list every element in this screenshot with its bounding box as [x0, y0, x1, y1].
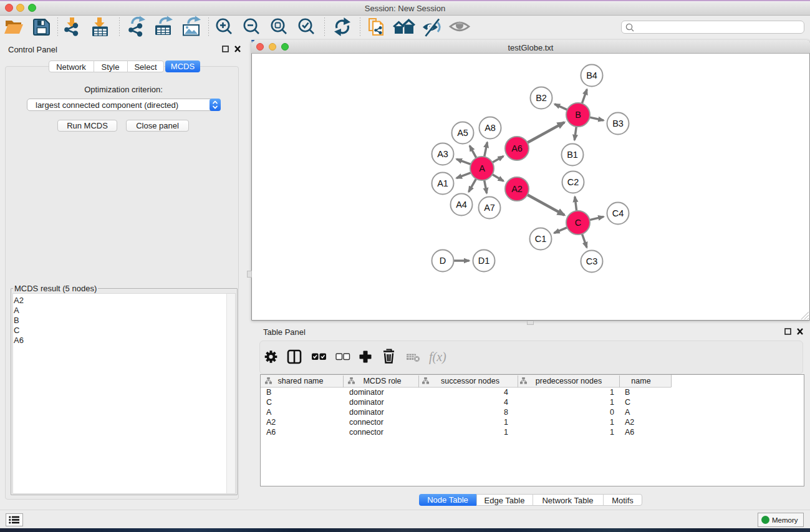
svg-text:A8: A8: [485, 123, 496, 133]
svg-text:B: B: [625, 388, 630, 397]
svg-text:A4: A4: [456, 200, 467, 210]
svg-text:1: 1: [610, 398, 614, 407]
svg-text:A: A: [266, 408, 272, 417]
svg-text:C4: C4: [612, 208, 624, 218]
svg-text:A: A: [625, 408, 630, 417]
svg-text:dominator: dominator: [349, 388, 384, 397]
svg-text:1: 1: [610, 418, 614, 427]
svg-text:B3: B3: [612, 118, 624, 128]
svg-text:MCDS role: MCDS role: [363, 377, 401, 385]
svg-text:A6: A6: [511, 143, 523, 153]
svg-text:name: name: [631, 377, 650, 385]
svg-text:C2: C2: [567, 177, 579, 187]
svg-text:C3: C3: [586, 256, 598, 266]
svg-text:1: 1: [610, 388, 614, 397]
svg-text:C: C: [575, 218, 581, 228]
svg-text:B: B: [575, 110, 581, 120]
svg-text:C1: C1: [535, 234, 547, 244]
svg-text:predecessor nodes: predecessor nodes: [536, 377, 602, 385]
svg-text:0: 0: [610, 408, 614, 417]
svg-text:4: 4: [504, 388, 508, 397]
svg-text:8: 8: [504, 408, 508, 417]
svg-text:successor nodes: successor nodes: [441, 377, 499, 385]
svg-text:f(x): f(x): [429, 350, 446, 364]
svg-text:dominator: dominator: [349, 398, 384, 407]
svg-text:shared name: shared name: [278, 377, 324, 385]
svg-text:dominator: dominator: [349, 408, 384, 417]
svg-text:A2: A2: [625, 418, 634, 427]
svg-text:B1: B1: [567, 150, 578, 160]
svg-text:A2: A2: [266, 418, 276, 427]
svg-text:1: 1: [504, 418, 508, 427]
svg-text:connector: connector: [349, 418, 383, 427]
svg-text:B2: B2: [536, 93, 547, 103]
svg-text:A7: A7: [484, 203, 495, 213]
svg-text:B: B: [266, 388, 271, 397]
svg-text:A1: A1: [437, 178, 448, 188]
svg-text:A6: A6: [266, 428, 276, 437]
svg-text:A2: A2: [511, 184, 523, 194]
svg-text:D: D: [440, 256, 446, 266]
svg-text:C: C: [266, 398, 272, 407]
svg-text:A: A: [479, 163, 485, 173]
svg-text:A6: A6: [625, 428, 634, 437]
svg-text:4: 4: [504, 398, 508, 407]
svg-text:C: C: [625, 398, 630, 407]
svg-text:A3: A3: [437, 149, 448, 159]
svg-text:1: 1: [504, 428, 508, 437]
svg-text:connector: connector: [349, 428, 383, 437]
svg-text:B4: B4: [586, 70, 597, 80]
svg-text:A5: A5: [457, 128, 468, 138]
svg-text:1: 1: [610, 428, 614, 437]
svg-text:D1: D1: [478, 256, 490, 266]
